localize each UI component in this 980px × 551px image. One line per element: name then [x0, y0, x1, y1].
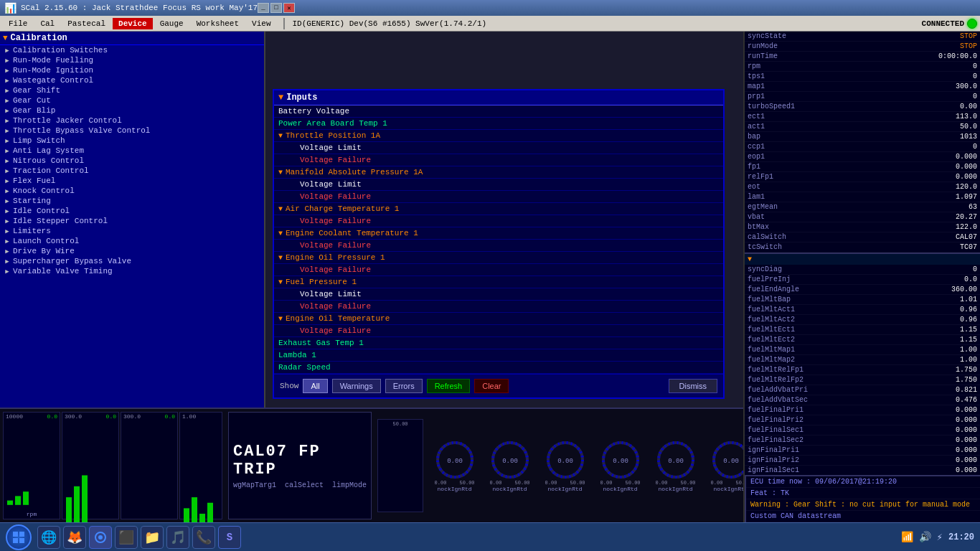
list-item[interactable]: ▼ Fuel Pressure 1 [274, 276, 723, 288]
cal-item-label: Run-Mode Fuelling [13, 56, 93, 65]
svg-rect-44 [19, 538, 24, 543]
row-key: fuelMltEct2 [748, 336, 920, 344]
menu-pastecal[interactable]: Pastecal [62, 18, 111, 29]
row-key: fp1 [748, 163, 920, 171]
menu-worksheet[interactable]: Worksheet [191, 18, 245, 29]
rpm-gauge: 10000 0.0 rpm [3, 412, 60, 519]
show-warnings-button[interactable]: Warnings [332, 379, 381, 393]
cal-item-gear-cut[interactable]: ▶ Gear Cut [0, 95, 264, 105]
clear-button[interactable]: Clear [474, 379, 509, 393]
cal-item-wastegate-control[interactable]: ▶ Wastegate Control [0, 75, 264, 85]
start-button[interactable] [6, 524, 32, 550]
list-item[interactable]: ▼ Throttle Position 1A [274, 130, 723, 142]
close-button[interactable]: ✕ [283, 3, 295, 13]
list-item[interactable]: Voltage Failure [274, 325, 723, 337]
list-item[interactable]: Voltage Limit [274, 142, 723, 154]
taskbar-app-scal[interactable]: S [218, 526, 241, 549]
minimize-button[interactable]: _ [258, 3, 269, 13]
taskbar-app-files[interactable]: 📁 [141, 526, 164, 549]
cal-item-limiters[interactable]: ▶ Limiters [0, 226, 264, 236]
dial-max: 50.00 [460, 480, 475, 486]
cal-item-drive-by-wire[interactable]: ▶ Drive By Wire [0, 246, 264, 256]
list-item[interactable]: Power Area Board Temp 1 [274, 118, 723, 130]
group-arrow-icon: ▼ [278, 254, 283, 262]
taskbar-app-app7[interactable]: 📞 [192, 526, 215, 549]
list-item[interactable]: Voltage Failure [274, 154, 723, 166]
list-item[interactable]: Voltage Failure [274, 301, 723, 313]
refresh-button[interactable]: Refresh [427, 379, 471, 393]
cal-item-traction-control[interactable]: ▶ Traction Control [0, 166, 264, 176]
cal-item-limp-switch[interactable]: ▶ Limp Switch [0, 136, 264, 146]
titlebar-controls[interactable]: _ □ ✕ [258, 3, 295, 13]
taskbar-app-firefox[interactable]: 🦊 [63, 526, 86, 549]
cal-item-variable-valve[interactable]: ▶ Variable Valve Timing [0, 266, 264, 276]
cal-item-gear-blip[interactable]: ▶ Gear Blip [0, 105, 264, 116]
small-bar-chart [378, 428, 423, 522]
list-item[interactable]: ▼ Manifold Absolute Pressure 1A [274, 166, 723, 179]
list-item[interactable]: Voltage Limit [274, 288, 723, 301]
list-item[interactable]: ▼ Engine Oil Pressure 1 [274, 252, 723, 264]
cal-item-idle-stepper[interactable]: ▶ Idle Stepper Control [0, 216, 264, 226]
cal-item-run-mode-fuelling[interactable]: ▶ Run-Mode Fuelling [0, 55, 264, 65]
cal-item-launch-control[interactable]: ▶ Launch Control [0, 236, 264, 246]
cal-collapse-arrow[interactable]: ▼ [3, 34, 8, 42]
arrow-icon: ▶ [3, 217, 11, 225]
list-item[interactable]: Voltage Failure [274, 191, 723, 203]
row-key: relFp1 [748, 173, 920, 181]
list-item[interactable]: Voltage Failure [274, 264, 723, 276]
cal-item-run-mode-ignition[interactable]: ▶ Run-Mode Ignition [0, 65, 264, 75]
list-item[interactable]: ▼ Air Charge Temperature 1 [274, 203, 723, 215]
taskbar-app-music[interactable]: 🎵 [166, 526, 189, 549]
cal-item-throttle-bypass[interactable]: ▶ Throttle Bypass Valve Control [0, 126, 264, 136]
row-value: 0.476 [920, 396, 977, 404]
svg-text:0.00: 0.00 [557, 458, 573, 465]
maximize-button[interactable]: □ [270, 3, 282, 13]
list-item[interactable]: ▼ Engine Coolant Temperature 1 [274, 227, 723, 240]
inputs-dialog-titlebar: ▼ Inputs [274, 90, 723, 105]
row-value: 300.0 [920, 83, 977, 90]
menu-device[interactable]: Device [113, 18, 153, 29]
svg-rect-43 [13, 538, 18, 543]
circular-gauge-6: 0.00 0.00 50.00 nockIgnRtd [704, 440, 743, 492]
list-item[interactable]: Voltage Limit [274, 179, 723, 191]
cal-item-throttle-jacker[interactable]: ▶ Throttle Jacker Control [0, 116, 264, 126]
calibration-title: Calibration [11, 33, 67, 43]
list-item[interactable]: Voltage Failure [274, 240, 723, 252]
group-arrow-icon: ▼ [278, 315, 283, 323]
ecu-time-row: ECU time now : 09/06/2017@21:19:20 [746, 476, 980, 488]
list-item[interactable]: Lambda 1 [274, 349, 723, 362]
cal-item-knock-control[interactable]: ▶ Knock Control [0, 186, 264, 196]
row-value: 1.01 [920, 296, 977, 303]
taskbar-app-chrome[interactable] [89, 526, 112, 549]
svg-rect-42 [19, 532, 24, 537]
dial-min: 0.00 [490, 480, 502, 486]
list-item[interactable]: Voltage Failure [274, 215, 723, 227]
cal-item-nitrous-control[interactable]: ▶ Nitrous Control [0, 156, 264, 166]
show-all-button[interactable]: All [303, 379, 327, 393]
cal-item-supercharger[interactable]: ▶ Supercharger Bypass Valve [0, 256, 264, 266]
table-row: tcSwitch TC07 [745, 242, 980, 253]
menu-gauge[interactable]: Gauge [154, 18, 189, 29]
cal-item-flex-fuel[interactable]: ▶ Flex Fuel [0, 176, 264, 186]
list-item[interactable]: Exhaust Gas Temp 1 [274, 337, 723, 349]
list-item[interactable]: Radar Speed [274, 362, 723, 374]
menu-cal[interactable]: Cal [34, 18, 60, 29]
list-item[interactable]: ▼ Engine Oil Temperature [274, 313, 723, 325]
taskbar-app-browser[interactable]: 🌐 [37, 526, 60, 549]
cal-item-gear-shift[interactable]: ▶ Gear Shift [0, 85, 264, 95]
row-value: 0 [920, 265, 977, 273]
row-value: 122.0 [920, 223, 977, 231]
cal-item-starting[interactable]: ▶ Starting [0, 196, 264, 206]
arrow-icon: ▶ [3, 96, 11, 105]
show-errors-button[interactable]: Errors [385, 379, 423, 393]
cal-item-calibration-switches[interactable]: ▶ Calibration Switches [0, 45, 264, 55]
menu-file[interactable]: File [3, 18, 33, 29]
cal-item-anti-lag[interactable]: ▶ Anti Lag System [0, 146, 264, 156]
menu-view[interactable]: View [246, 18, 276, 29]
gauge-val-label: 0.0 [165, 413, 175, 420]
dismiss-button[interactable]: Dismiss [669, 379, 718, 393]
cal-text: CAL07 FP TRIP [233, 443, 367, 479]
cal-item-idle-control[interactable]: ▶ Idle Control [0, 206, 264, 216]
taskbar-app-4[interactable]: ⬛ [115, 526, 138, 549]
list-item[interactable]: Battery Voltage [274, 105, 723, 118]
